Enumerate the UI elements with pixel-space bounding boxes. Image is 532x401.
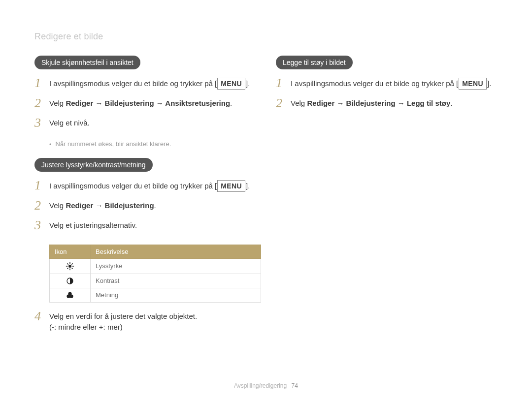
step-prefix: Velg	[49, 201, 66, 210]
step-number: 1	[276, 76, 291, 91]
step-suffix: .	[154, 201, 156, 210]
step-number: 1	[34, 76, 49, 91]
step-body: I avspillingsmodus velger du et bilde og…	[49, 179, 250, 192]
steps-face-retouch: 1 I avspillingsmodus velger du et bilde …	[34, 76, 256, 130]
table-cell: Kontrast	[91, 274, 261, 288]
step: 1 I avspillingsmodus velger du et bilde …	[276, 76, 498, 91]
step-body: Velg Rediger → Bildejustering.	[49, 199, 156, 211]
th-beskrivelse: Beskrivelse	[91, 245, 261, 258]
footer-page-number: 74	[292, 382, 298, 389]
step: 3 Velg et nivå.	[34, 116, 256, 130]
page-heading: Redigere et bilde	[34, 31, 498, 42]
step-body: I avspillingsmodus velger du et bilde og…	[49, 76, 250, 90]
step-number: 1	[34, 179, 49, 193]
th-ikon: Ikon	[50, 245, 91, 258]
step-prefix: Velg	[291, 99, 307, 107]
step-body: Velg et justeringsalternativ.	[49, 218, 137, 231]
step-body: Velg en verdi for å justere det valgte o…	[49, 309, 197, 333]
step-number: 2	[34, 199, 49, 213]
step: 3 Velg et justeringsalternativ.	[34, 218, 256, 233]
note: Når nummeret økes, blir ansiktet klarere…	[34, 140, 256, 149]
pill-face-retouch: Skjule skjønnhetsfeil i ansiktet	[34, 56, 140, 69]
step-suffix: .	[450, 99, 452, 107]
svg-point-12	[68, 292, 71, 295]
step-number: 2	[276, 96, 291, 111]
steps-brightness: 1 I avspillingsmodus velger du et bilde …	[34, 179, 256, 233]
steps-add-noise: 1 I avspillingsmodus velger du et bilde …	[276, 76, 498, 110]
step-bold: Rediger → Bildejustering	[66, 201, 154, 210]
step: 2 Velg Rediger → Bildejustering → Legg t…	[276, 96, 498, 111]
table-cell: Lysstyrke	[91, 258, 261, 274]
step-number: 3	[34, 218, 49, 233]
menu-button: MENU	[217, 78, 245, 90]
footer-label: Avspilling/redigering	[234, 382, 287, 389]
step-bold: Rediger → Bildejustering → Ansiktsretusj…	[66, 99, 230, 107]
step-prefix: Velg	[49, 99, 66, 107]
step-bold: Rediger → Bildejustering → Legg til støy	[307, 99, 450, 107]
table-row: Lysstyrke	[50, 258, 261, 274]
pill-add-noise: Legge til støy i bildet	[276, 56, 353, 69]
svg-point-0	[68, 265, 71, 268]
menu-button: MENU	[217, 180, 245, 192]
note-text: Når nummeret økes, blir ansiktet klarere…	[56, 140, 171, 148]
step: 2 Velg Rediger → Bildejustering.	[34, 199, 256, 213]
step-number: 4	[34, 309, 49, 324]
step-body: Velg et nivå.	[49, 116, 90, 128]
contrast-icon	[50, 274, 91, 288]
svg-line-5	[67, 263, 68, 264]
step: 2 Velg Rediger → Bildejustering → Ansikt…	[34, 96, 256, 111]
pill-brightness-contrast-saturation: Justere lysstyrke/kontrast/metning	[34, 158, 153, 172]
table-row: Metning	[50, 288, 261, 302]
step-body: I avspillingsmodus velger du et bilde og…	[291, 76, 491, 90]
menu-button: MENU	[459, 78, 487, 90]
step-text: I avspillingsmodus velger du et bilde og…	[49, 182, 213, 190]
step-suffix: .	[230, 99, 232, 107]
step: 1 I avspillingsmodus velger du et bilde …	[34, 76, 256, 91]
step-body: Velg Rediger → Bildejustering → Legg til…	[291, 96, 452, 109]
step-text: I avspillingsmodus velger du et bilde og…	[49, 79, 213, 88]
brightness-icon	[50, 258, 91, 274]
right-column: Legge til støy i bildet 1 I avspillingsm…	[276, 56, 498, 338]
step: 4 Velg en verdi for å justere det valgte…	[34, 309, 256, 333]
saturation-icon	[50, 288, 91, 302]
table-cell: Metning	[91, 288, 261, 302]
step-number: 2	[34, 96, 49, 111]
left-column: Skjule skjønnhetsfeil i ansiktet 1 I avs…	[34, 56, 256, 338]
step-body: Velg Rediger → Bildejustering → Ansiktsr…	[49, 96, 232, 109]
step-text: I avspillingsmodus velger du et bilde og…	[291, 79, 454, 88]
svg-line-8	[72, 263, 73, 264]
svg-line-6	[72, 268, 73, 269]
svg-line-7	[67, 268, 68, 269]
step: 1 I avspillingsmodus velger du et bilde …	[34, 179, 256, 193]
page-footer: Avspilling/redigering 74	[0, 382, 532, 389]
step-text: Velg en verdi for å justere det valgte o…	[49, 312, 197, 320]
table-row: Kontrast	[50, 274, 261, 288]
icon-table: Ikon Beskrivelse Lysstyrke	[49, 245, 261, 303]
step-text-2: (-: mindre eller +: mer)	[49, 323, 123, 331]
note-row: Når nummeret økes, blir ansiktet klarere…	[49, 140, 256, 149]
step-number: 3	[34, 116, 49, 130]
